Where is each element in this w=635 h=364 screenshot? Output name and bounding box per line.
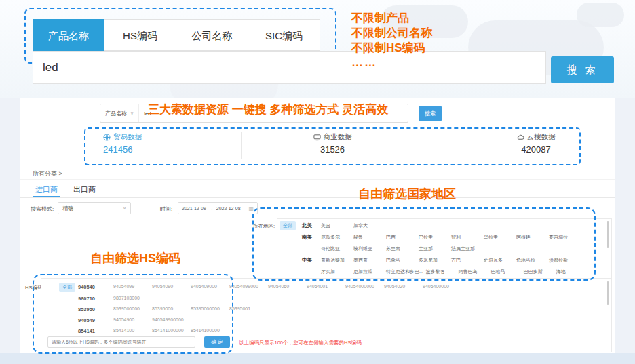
breadcrumb[interactable]: 所有分类 >	[33, 169, 62, 178]
stat-label: 贸易数据	[113, 132, 142, 142]
tab-sic-code[interactable]: SIC编码	[248, 19, 320, 51]
divider	[20, 197, 615, 198]
monitor-icon	[313, 134, 321, 141]
date-start: 2021-12-09	[182, 206, 206, 211]
date-separator: →	[209, 206, 214, 211]
hs-scrollbar[interactable]	[607, 281, 609, 305]
tab-hs-code[interactable]: HS编码	[104, 19, 176, 51]
search-mode-select[interactable]: 精确 ∨	[58, 202, 131, 214]
calendar-icon: ▦	[248, 205, 254, 211]
search-mode-label: 搜索模式:	[31, 205, 54, 213]
date-range-picker[interactable]: 2021-12-09 → 2022-12-08 ▦	[178, 202, 258, 214]
hs-code-option[interactable]: 94054000000	[345, 284, 384, 289]
region-scrollbar[interactable]	[607, 221, 609, 248]
main-search-input[interactable]	[33, 51, 546, 84]
stat-value: 420087	[475, 144, 597, 155]
annotation-line: 不限制产品	[351, 11, 432, 26]
stats-divider	[241, 132, 242, 159]
search-mode-value: 精确	[62, 205, 73, 212]
mini-search-button[interactable]: 搜索	[419, 106, 442, 121]
promo-annotation-text: 三大索数据资源 一键搜 多种筛选方式 灵活高效	[148, 102, 388, 117]
mini-search-type-select[interactable]: 产品名称 ∨	[100, 104, 139, 122]
time-label: 时间:	[160, 205, 172, 213]
hs-code-option[interactable]: 94054060	[268, 284, 307, 289]
map-watermark	[577, 3, 624, 27]
mini-select-value: 产品名称	[105, 110, 127, 117]
stat-label: 云搜数据	[527, 132, 556, 142]
cloud-icon	[517, 134, 524, 141]
main-search-button[interactable]: 搜 索	[551, 56, 614, 83]
annotation-line: ……	[351, 56, 432, 70]
search-type-tabs: 产品名称 HS编码 公司名称 SIC编码	[33, 19, 320, 51]
tab-importer[interactable]: 进口商	[35, 184, 58, 195]
stat-value: 31526	[268, 144, 397, 155]
hs-note-text: 以上编码只显示100个，您可在左侧输入需要的HS编码	[239, 340, 361, 346]
chevron-down-icon: ∨	[130, 110, 134, 116]
date-end: 2022-12-08	[216, 206, 241, 211]
hs-code-option[interactable]: 94054020	[384, 284, 423, 289]
tab-exporter[interactable]: 出口商	[73, 184, 96, 195]
stats-divider	[440, 132, 440, 159]
page-footer-strip	[0, 353, 635, 364]
stat-value: 241456	[103, 144, 142, 155]
tab-product-name[interactable]: 产品名称	[33, 19, 104, 51]
stat-cloud-data[interactable]: 云搜数据 420087	[475, 132, 597, 155]
region-annotation-text: 自由筛选国家地区	[358, 186, 456, 202]
annotation-line: 不限制公司名称	[351, 26, 432, 41]
region-highlight-dashed-box	[252, 207, 596, 281]
hs-code-option[interactable]: 9405400000	[423, 284, 461, 289]
hs-annotation-text: 自由筛选HS编码	[90, 250, 180, 266]
globe-icon	[103, 134, 111, 141]
divider	[20, 179, 615, 180]
annotation-line: 不限制HS编码	[351, 41, 432, 56]
stat-label: 商业数据	[324, 132, 352, 142]
trade-data-search-page: 产品名称 HS编码 公司名称 SIC编码 搜 索 不限制产品 不限制公司名称 不…	[0, 0, 635, 364]
hs-code-option[interactable]: 94054099000	[229, 284, 268, 289]
hs-code-option[interactable]: 94054001	[307, 284, 345, 289]
tab-company-name[interactable]: 公司名称	[176, 19, 248, 51]
hero-annotation-text: 不限制产品 不限制公司名称 不限制HS编码 ……	[351, 11, 432, 70]
chevron-down-icon: ∨	[123, 205, 126, 211]
stat-trade-data[interactable]: 贸易数据 241456	[103, 132, 142, 155]
stat-business-data[interactable]: 商业数据 31526	[268, 132, 397, 155]
hs-code-option[interactable]: 85395001	[229, 306, 268, 311]
hs-highlight-dashed-box	[33, 274, 233, 354]
